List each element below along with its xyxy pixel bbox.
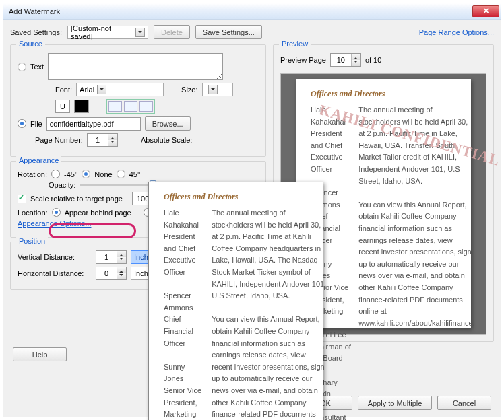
chevron-down-icon (208, 85, 218, 94)
window-title: Add Watermark (9, 7, 60, 15)
preview-page-spin[interactable] (330, 53, 361, 67)
source-group: Source Text Font: Arial Size: U (10, 44, 266, 157)
rot-m45-radio[interactable] (51, 170, 60, 178)
delete-button[interactable]: Delete (154, 25, 190, 39)
page-number-spin[interactable] (87, 133, 118, 147)
page-range-options-link[interactable]: Page Range Options... (419, 28, 494, 36)
save-settings-button[interactable]: Save Settings... (195, 25, 262, 39)
apply-multiple-button[interactable]: Apply to Multiple (358, 396, 432, 410)
preview-legend: Preview (279, 40, 311, 48)
rot-45-radio[interactable] (117, 170, 125, 178)
align-right-button[interactable] (139, 101, 153, 112)
color-swatch[interactable] (74, 100, 89, 113)
position-legend: Position (16, 237, 48, 245)
hdist-spin[interactable] (96, 267, 127, 280)
scale-checkbox[interactable] (18, 195, 26, 203)
vdist-spin[interactable] (96, 250, 127, 264)
file-input[interactable] (46, 117, 141, 131)
saved-settings-combo[interactable]: [Custom-not saved] (67, 26, 148, 39)
font-combo[interactable]: Arial (76, 83, 164, 96)
titlebar[interactable]: Add Watermark ✕ (3, 3, 501, 20)
saved-settings-label: Saved Settings: (10, 28, 62, 36)
align-group (106, 99, 155, 114)
close-button[interactable]: ✕ (472, 5, 499, 18)
appearance-options-link[interactable]: Appearance Options... (18, 219, 91, 228)
underline-button[interactable]: U (55, 100, 70, 113)
watermark-text-input[interactable] (48, 53, 223, 80)
source-legend: Source (16, 40, 45, 48)
align-center-button[interactable] (124, 101, 137, 112)
loc-behind-radio[interactable] (52, 208, 61, 217)
overlay-document-page: Officers and Directors Hale KahakahaiPre… (148, 182, 323, 420)
help-button[interactable]: Help (13, 347, 67, 361)
file-radio[interactable] (18, 119, 26, 128)
browse-button[interactable]: Browse... (145, 116, 191, 131)
chevron-down-icon (135, 28, 145, 37)
cancel-button[interactable]: Cancel (437, 396, 491, 410)
appearance-legend: Appearance (16, 156, 61, 164)
text-radio[interactable] (18, 63, 26, 71)
chevron-down-icon (97, 85, 106, 94)
size-combo[interactable] (202, 83, 233, 96)
rot-none-radio[interactable] (82, 170, 90, 178)
align-left-button[interactable] (108, 101, 122, 112)
